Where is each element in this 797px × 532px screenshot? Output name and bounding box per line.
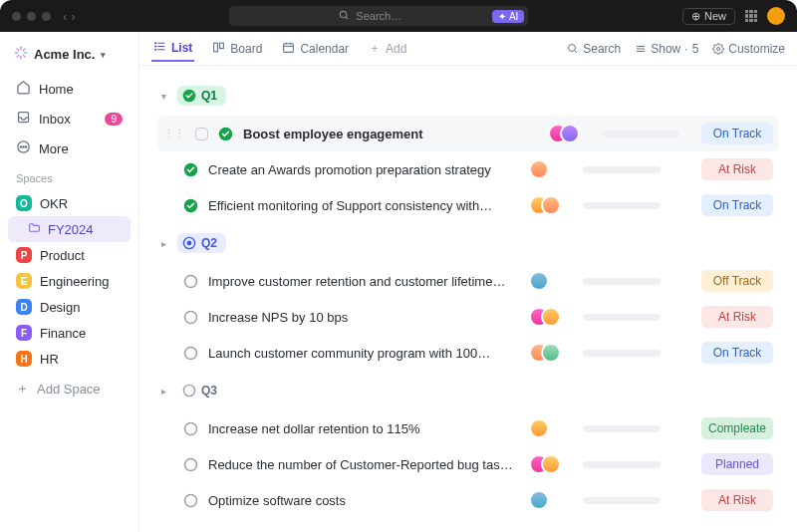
apps-icon[interactable] bbox=[745, 10, 757, 22]
sidebar-space-engineering[interactable]: EEngineering bbox=[8, 268, 131, 294]
svg-rect-21 bbox=[220, 43, 224, 48]
traffic-dot[interactable] bbox=[27, 12, 36, 21]
svg-point-17 bbox=[155, 42, 156, 43]
task-title: Efficient monitoring of Support consiste… bbox=[208, 198, 519, 213]
svg-point-11 bbox=[20, 146, 21, 147]
user-avatar[interactable] bbox=[767, 7, 785, 25]
status-badge[interactable]: Off Track bbox=[701, 270, 773, 292]
assignee-avatar[interactable] bbox=[541, 343, 561, 363]
group-header-q1[interactable]: ▾ Q1 bbox=[157, 76, 779, 116]
task-title: Improve customer retention and customer … bbox=[208, 274, 519, 289]
assignee-avatar[interactable] bbox=[529, 271, 549, 291]
toolbar-customize[interactable]: Customize bbox=[712, 42, 785, 56]
traffic-dot[interactable] bbox=[12, 12, 21, 21]
svg-point-18 bbox=[155, 45, 156, 46]
assignee-avatar[interactable] bbox=[541, 307, 561, 327]
task-status-icon[interactable] bbox=[183, 274, 198, 289]
sidebar-space-finance[interactable]: FFinance bbox=[8, 320, 131, 346]
space-label: Design bbox=[40, 300, 80, 315]
task-status-icon[interactable] bbox=[183, 346, 198, 361]
task-row[interactable]: Increase net dollar retention to 115% Co… bbox=[157, 410, 779, 446]
task-row[interactable]: Create an Awards promotion preparation s… bbox=[157, 151, 779, 187]
toolbar-show[interactable]: Show · 5 bbox=[635, 42, 698, 56]
view-tab-add[interactable]: ＋ Add bbox=[367, 36, 408, 61]
task-title: Increase net dollar retention to 115% bbox=[208, 421, 519, 436]
assignees bbox=[529, 307, 573, 327]
sidebar-item-home[interactable]: Home bbox=[8, 75, 131, 103]
forward-icon[interactable]: › bbox=[71, 9, 75, 24]
task-row[interactable]: Improve customer retention and customer … bbox=[157, 263, 779, 299]
task-row[interactable]: Increase NPS by 10 bps At Risk bbox=[157, 299, 779, 335]
task-status-icon[interactable] bbox=[183, 310, 198, 325]
global-search[interactable]: Search… ✦ AI bbox=[229, 6, 528, 26]
svg-point-13 bbox=[25, 146, 26, 147]
svg-point-37 bbox=[187, 241, 192, 246]
spaces-label: Spaces bbox=[8, 164, 131, 188]
status-badge[interactable]: At Risk bbox=[701, 306, 773, 328]
assignee-avatar[interactable] bbox=[541, 195, 561, 215]
assignee-avatar[interactable] bbox=[560, 124, 580, 143]
assignee-avatar[interactable] bbox=[541, 454, 561, 474]
sidebar-item-more[interactable]: More bbox=[8, 134, 131, 162]
space-label: Engineering bbox=[40, 274, 109, 289]
back-icon[interactable]: ‹ bbox=[63, 9, 67, 24]
status-badge[interactable]: On Track bbox=[701, 194, 773, 216]
assignees bbox=[529, 490, 573, 510]
status-badge[interactable]: On Track bbox=[701, 342, 773, 364]
more-icon bbox=[16, 139, 31, 157]
svg-rect-20 bbox=[214, 43, 218, 52]
toolbar-search[interactable]: Search bbox=[567, 42, 621, 56]
task-row[interactable]: Efficient monitoring of Support consiste… bbox=[157, 187, 779, 223]
status-badge[interactable]: At Risk bbox=[701, 489, 773, 511]
task-status-icon[interactable] bbox=[183, 198, 198, 213]
status-badge[interactable]: On Track bbox=[701, 123, 773, 144]
task-status-icon[interactable] bbox=[183, 457, 198, 472]
quarter-label: Q3 bbox=[201, 384, 217, 398]
assignee-avatar[interactable] bbox=[529, 490, 549, 510]
view-tab-label: Calendar bbox=[300, 42, 349, 56]
status-icon bbox=[182, 236, 196, 250]
task-row[interactable]: Optimize software costs At Risk bbox=[157, 482, 779, 518]
sidebar-space-okr[interactable]: OOKR bbox=[8, 190, 131, 216]
plus-icon: ＋ bbox=[16, 380, 29, 398]
task-row[interactable]: ⋮⋮ Boost employee engagement On Track bbox=[157, 116, 779, 151]
sidebar-space-hr[interactable]: HHR bbox=[8, 346, 131, 372]
view-tab-label: Board bbox=[230, 42, 262, 56]
task-status-icon[interactable] bbox=[218, 127, 233, 141]
svg-point-43 bbox=[185, 458, 197, 470]
assignee-avatar[interactable] bbox=[529, 159, 549, 179]
view-tab-board[interactable]: Board bbox=[210, 37, 264, 61]
checkbox[interactable] bbox=[195, 128, 208, 140]
view-tab-calendar[interactable]: Calendar bbox=[280, 37, 351, 61]
sidebar-item-inbox[interactable]: Inbox 9 bbox=[8, 105, 131, 133]
quarter-label: Q1 bbox=[201, 89, 217, 103]
group-header-q2[interactable]: ▸ Q2 bbox=[157, 223, 779, 263]
status-badge[interactable]: At Risk bbox=[701, 158, 773, 180]
progress-bar bbox=[583, 166, 661, 173]
sidebar-item-label: Inbox bbox=[39, 112, 71, 127]
sidebar-space-child-fy2024[interactable]: FY2024 bbox=[8, 216, 131, 242]
drag-handle-icon[interactable]: ⋮⋮ bbox=[163, 128, 185, 140]
task-row[interactable]: Launch customer community program with 1… bbox=[157, 335, 779, 371]
new-button[interactable]: ⊕ New bbox=[682, 8, 735, 25]
view-tab-list[interactable]: List bbox=[151, 36, 194, 62]
task-status-icon[interactable] bbox=[183, 421, 198, 436]
assignee-avatar[interactable] bbox=[529, 418, 549, 438]
traffic-dot[interactable] bbox=[42, 12, 51, 21]
status-badge[interactable]: Compleate bbox=[701, 417, 773, 439]
task-status-icon[interactable] bbox=[183, 493, 198, 508]
sidebar-space-product[interactable]: PProduct bbox=[8, 242, 131, 268]
quarter-pill: Q3 bbox=[177, 381, 226, 400]
task-row[interactable]: Reduce the number of Customer-Reported b… bbox=[157, 446, 779, 482]
view-tab-label: List bbox=[171, 41, 192, 55]
ai-chip[interactable]: ✦ AI bbox=[492, 10, 524, 23]
assignees bbox=[529, 418, 573, 438]
task-status-icon[interactable] bbox=[183, 162, 198, 177]
sidebar-space-design[interactable]: DDesign bbox=[8, 294, 131, 320]
svg-point-44 bbox=[185, 494, 197, 506]
add-space-button[interactable]: ＋ Add Space bbox=[8, 374, 131, 403]
search-placeholder: Search… bbox=[356, 10, 401, 22]
group-header-q3[interactable]: ▸ Q3 bbox=[157, 371, 779, 410]
status-badge[interactable]: Planned bbox=[701, 453, 773, 475]
workspace-switcher[interactable]: Acme Inc. ▾ bbox=[8, 42, 131, 73]
